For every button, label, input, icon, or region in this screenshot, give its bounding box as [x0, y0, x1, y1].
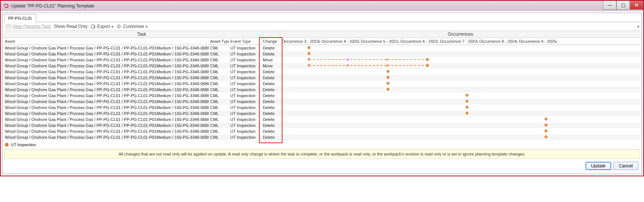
col-asset[interactable]: Asset: [3, 38, 209, 45]
show-read-only-button[interactable]: Show Read Only: [54, 24, 88, 29]
minimize-button[interactable]: —: [603, 1, 616, 10]
move-start-dot: [308, 58, 310, 61]
occurrence-dot: [386, 82, 389, 85]
update-button[interactable]: Update: [585, 162, 611, 170]
table-row[interactable]: Wood Group / Onshore Gas Plant / Process…: [3, 134, 641, 140]
cell-asset-type: CML: [209, 87, 229, 92]
svg-rect-0: [6, 25, 10, 28]
info-bar: All changes that are not read only will …: [4, 149, 640, 159]
window-title: Update "PP-PG-CL01" Planning Template: [11, 3, 94, 9]
col-occ-9[interactable]: Occurrence 9 - 2025/Jan: [517, 38, 557, 45]
close-button[interactable]: ✕: [630, 1, 643, 10]
tab-pp-pg-cl01[interactable]: PP-PG-CL01: [4, 14, 36, 22]
cell-event-type: UT Inspection: [229, 46, 261, 50]
table-row[interactable]: Wood Group / Onshore Gas Plant / Process…: [3, 45, 641, 51]
cell-asset-type: CML: [209, 52, 229, 56]
cell-occurrences: [280, 69, 641, 75]
cell-asset: Wood Group / Onshore Gas Plant / Process…: [3, 46, 209, 50]
cell-occurrences: [280, 116, 641, 122]
col-event-type[interactable]: Event Type: [229, 38, 261, 45]
customise-button[interactable]: Customise: [116, 24, 148, 29]
cell-change: Delete: [261, 52, 280, 56]
cell-event-type: UT Inspection: [229, 105, 261, 110]
cell-event-type: UT Inspection: [229, 93, 261, 98]
table-row[interactable]: Wood Group / Onshore Gas Plant / Process…: [3, 57, 641, 63]
cell-asset: Wood Group / Onshore Gas Plant / Process…: [3, 105, 209, 110]
legend-label: UT Inspection: [11, 142, 36, 147]
cell-change: Delete: [261, 93, 280, 98]
toolbar: View Planning Task Show Read Only Export…: [3, 22, 641, 31]
cell-asset: Wood Group / Onshore Gas Plant / Process…: [3, 93, 209, 98]
col-occ-7[interactable]: Occurrence 7 - 2023/Jan: [438, 38, 478, 45]
table-row[interactable]: Wood Group / Onshore Gas Plant / Process…: [3, 99, 641, 105]
cell-change: Delete: [261, 81, 280, 86]
move-line: [309, 59, 427, 60]
titlebar[interactable]: Update "PP-PG-CL01" Planning Template — …: [1, 1, 643, 11]
cell-asset-type: CML: [209, 58, 229, 62]
cell-occurrences: [280, 87, 641, 93]
table-row[interactable]: Wood Group / Onshore Gas Plant / Process…: [3, 122, 641, 128]
cell-asset: Wood Group / Onshore Gas Plant / Process…: [3, 129, 209, 134]
cell-change: Delete: [261, 87, 280, 92]
table-row[interactable]: Wood Group / Onshore Gas Plant / Process…: [3, 105, 641, 110]
table-row[interactable]: Wood Group / Onshore Gas Plant / Process…: [3, 51, 641, 57]
move-arrow-icon: [347, 64, 350, 67]
cell-asset: Wood Group / Onshore Gas Plant / Process…: [3, 135, 209, 140]
occurrence-dot: [426, 64, 429, 67]
move-arrow-icon: [347, 58, 350, 61]
export-button[interactable]: Export: [91, 24, 114, 29]
cell-event-type: UT Inspection: [229, 87, 261, 92]
toolbar-overflow-button[interactable]: ▾: [637, 25, 639, 29]
cell-asset: Wood Group / Onshore Gas Plant / Process…: [3, 117, 209, 122]
table-row[interactable]: Wood Group / Onshore Gas Plant / Process…: [3, 93, 641, 99]
cell-change: Delete: [261, 99, 280, 104]
table-row[interactable]: Wood Group / Onshore Gas Plant / Process…: [3, 87, 641, 93]
group-header-occurrences: Occurrences: [280, 31, 641, 38]
col-occ-5[interactable]: Occurrence 5 - 2021/Jan: [359, 38, 399, 45]
export-icon: [91, 24, 96, 29]
table-row[interactable]: Wood Group / Onshore Gas Plant / Process…: [3, 81, 641, 87]
table-row[interactable]: Wood Group / Onshore Gas Plant / Process…: [3, 75, 641, 81]
cell-change: Delete: [261, 123, 280, 128]
grid: Task Occurrences Asset Asset Type Event …: [3, 31, 641, 140]
cell-change: Delete: [261, 70, 280, 74]
cell-asset: Wood Group / Onshore Gas Plant / Process…: [3, 111, 209, 116]
occurrence-dot: [544, 129, 547, 132]
cell-asset: Wood Group / Onshore Gas Plant / Process…: [3, 76, 209, 80]
table-row[interactable]: Wood Group / Onshore Gas Plant / Process…: [3, 63, 641, 69]
occurrence-dot: [465, 112, 468, 115]
occurrence-dot: [386, 88, 389, 91]
col-asset-type[interactable]: Asset Type: [209, 38, 229, 45]
cell-asset-type: CML: [209, 123, 229, 128]
view-planning-task-button: View Planning Task: [6, 24, 51, 29]
table-row[interactable]: Wood Group / Onshore Gas Plant / Process…: [3, 110, 641, 116]
cell-occurrences: [280, 99, 641, 105]
cell-occurrences: [280, 51, 641, 57]
app-icon: [3, 3, 9, 9]
maximize-button[interactable]: ▢: [616, 1, 630, 10]
legend-color-icon: [5, 143, 9, 147]
cancel-button[interactable]: Cancel: [613, 162, 638, 170]
move-arrow-icon: [386, 64, 389, 67]
cell-asset: Wood Group / Onshore Gas Plant / Process…: [3, 64, 209, 68]
cell-occurrences: [280, 105, 641, 110]
col-occ-3[interactable]: Occurrence 3 - 2019/Jan: [280, 38, 320, 45]
occurrence-dot: [386, 70, 389, 73]
table-row[interactable]: Wood Group / Onshore Gas Plant / Process…: [3, 128, 641, 134]
cell-asset-type: CML: [209, 111, 229, 116]
cell-asset-type: CML: [209, 81, 229, 86]
col-occ-4[interactable]: Occurrence 4 - 2020/Jan: [320, 38, 359, 45]
col-change[interactable]: Change: [261, 38, 280, 45]
cell-event-type: UT Inspection: [229, 111, 261, 116]
col-occ-8[interactable]: Occurrence 8 - 2024/Jan: [478, 38, 517, 45]
cell-asset-type: CML: [209, 129, 229, 134]
cell-occurrences: [280, 110, 641, 116]
cell-event-type: UT Inspection: [229, 76, 261, 80]
col-occ-6[interactable]: Occurrence 6 - 2022/Jan: [399, 38, 438, 45]
cell-occurrences: [280, 57, 641, 63]
cell-event-type: UT Inspection: [229, 64, 261, 68]
table-row[interactable]: Wood Group / Onshore Gas Plant / Process…: [3, 69, 641, 75]
table-row[interactable]: Wood Group / Onshore Gas Plant / Process…: [3, 116, 641, 122]
cell-event-type: UT Inspection: [229, 117, 261, 122]
cell-asset-type: CML: [209, 76, 229, 80]
